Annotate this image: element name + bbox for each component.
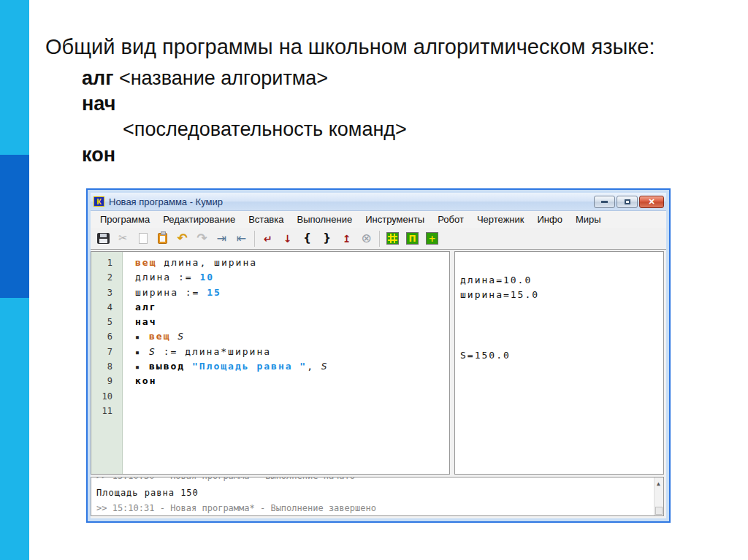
toolbar-separator [254,231,255,247]
code-segment: нач [135,316,156,327]
code-segment [185,361,192,372]
paste-button[interactable] [153,230,172,248]
stop-icon: ⊗ [361,232,371,245]
run-to-cursor-button[interactable]: ↵ [258,230,278,248]
line-number: 4 [91,300,122,315]
minimize-button[interactable] [594,196,615,208]
paste-icon [158,233,167,244]
toolbar: ✂↶↷⇥⇤↵↓{}↥⊗П+ [91,228,666,250]
save-icon [97,233,110,244]
redo-icon: ↷ [196,232,207,245]
app-icon: К [94,196,104,207]
code-segment: := длина*ширина [156,346,271,357]
redo-button[interactable]: ↷ [192,230,212,248]
statement-bullet: ▪ [135,360,149,375]
run-to-cursor-icon: ↵ [264,234,272,244]
copy-button[interactable] [133,230,153,248]
line-number-gutter: 1234567891011 [91,252,123,474]
indent-button[interactable]: ⇥ [212,230,232,248]
field-window-button[interactable]: П [402,230,422,248]
output-status-line: >> 15:10:31 - Новая программа* - Выполне… [96,501,663,515]
code-segment: , [307,361,321,372]
code-line: кон [135,374,449,388]
algorithm-line: нач [82,91,407,117]
menu-item-drawer[interactable]: Чертежник [470,214,531,225]
statement-bullet: ▪ [135,345,149,360]
code-segment: 10 [199,272,214,283]
output-scrollbar[interactable]: ▲ [654,477,663,515]
line-number: 11 [91,404,122,418]
step-over-button[interactable]: ↓ [278,230,297,248]
output-result-line: Площадь равна 150 [96,486,663,501]
line-number: 2 [91,270,122,285]
robot-window-button[interactable] [383,230,402,248]
code-segment: вещ [135,257,156,268]
line-number: 7 [91,345,122,359]
menu-item-insert[interactable]: Вставка [242,214,290,225]
unindent-button[interactable]: ⇤ [232,230,251,248]
code-line [135,389,449,404]
window-title: Новая программа - Кумир [109,196,223,207]
code-segment: "Площадь равна " [192,361,307,372]
sidebar-strip-middle [0,155,29,298]
algorithm-line: кон [82,142,407,168]
algorithm-block: алг <название алгоритма>нач<последовател… [82,66,407,168]
unindent-icon: ⇤ [237,233,246,245]
code-line: ▪вывод "Площадь равна ", S [135,359,449,374]
end-block-icon: } [323,233,331,244]
code-line: алг [135,300,449,315]
menu-item-editing[interactable]: Редактирование [156,214,242,225]
drawer-window-button[interactable]: + [422,230,442,248]
scrollbar-thumb[interactable] [655,507,663,515]
cut-button[interactable]: ✂ [113,230,133,248]
undo-icon: ↶ [177,232,187,245]
close-icon: ✕ [648,197,654,207]
menu-item-robot[interactable]: Робот [431,214,470,225]
menu-item-execution[interactable]: Выполнение [290,214,359,225]
code-segment: S [178,331,185,342]
menu-item-program[interactable]: Программа [94,214,156,225]
line-number: 3 [91,285,122,300]
end-block-button[interactable]: } [317,230,337,248]
workspace: 1234567891011 вещ длина, ширинадлина := … [91,250,666,518]
minimize-icon [601,201,608,203]
toolbar-separator [379,231,380,247]
code-column[interactable]: вещ длина, ширинадлина := 10ширина := 15… [123,252,449,474]
close-button[interactable]: ✕ [639,196,664,208]
code-segment: S [321,361,329,372]
save-button[interactable] [94,230,113,248]
variable-value: S=150.0 [460,350,511,361]
title-bar[interactable]: К Новая программа - Кумир ✕ [91,193,666,211]
variable-value: ширина=15.0 [460,289,539,300]
code-segment: длина, ширина [156,257,257,268]
menu-bar: ПрограммаРедактированиеВставкаВыполнение… [91,211,666,228]
code-segment: вывод [149,361,185,372]
code-segment: длина := [135,272,199,283]
menu-item-info[interactable]: Инфо [530,214,568,225]
code-segment: ширина := [135,287,207,298]
variables-panel[interactable]: длина=10.0ширина=15.0S=150.0 [454,251,664,475]
line-number: 5 [91,315,122,329]
maximize-button[interactable] [617,196,638,208]
scroll-up-icon[interactable]: ▲ [657,481,660,487]
output-panel[interactable]: >> 15:10:30 - Новая программа - Выполнен… [91,477,664,516]
stop-button[interactable]: ⊗ [356,230,376,248]
begin-block-button[interactable]: { [297,230,317,248]
code-segment: S [149,346,156,357]
sidebar-strip-top [0,0,29,155]
slide: Общий вид программы на школьном алгоритм… [0,0,748,560]
step-over-icon: ↓ [283,234,292,244]
algorithm-line: алг <название алгоритма> [82,66,407,91]
code-segment [170,331,178,342]
main-row: 1234567891011 вещ длина, ширинадлина := … [91,251,664,475]
step-into-button[interactable]: ↥ [337,230,356,248]
code-segment: алг [135,302,156,312]
variable-value: длина=10.0 [460,275,532,285]
undo-button[interactable]: ↶ [172,230,192,248]
line-number: 6 [91,329,122,344]
field-window-icon: П [406,232,419,245]
code-editor[interactable]: 1234567891011 вещ длина, ширинадлина := … [91,251,450,475]
robot-window-icon [386,232,399,245]
menu-item-worlds[interactable]: Миры [569,214,608,225]
menu-item-tools[interactable]: Инструменты [359,214,431,225]
